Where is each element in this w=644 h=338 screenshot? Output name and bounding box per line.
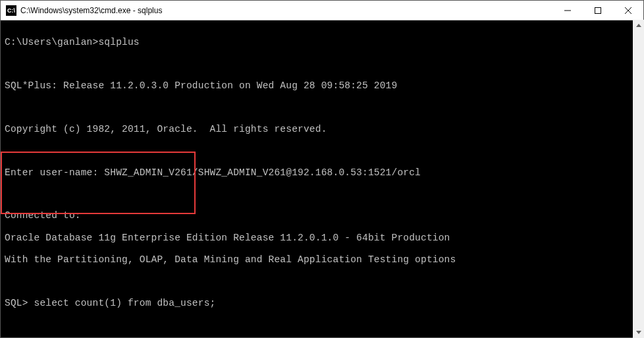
blank-line: [5, 59, 639, 69]
terminal-output[interactable]: C:\Users\ganlan>sqlplus SQL*Plus: Releas…: [1, 20, 643, 337]
scroll-track[interactable]: [633, 31, 644, 327]
maximize-button[interactable]: [583, 1, 613, 20]
window-controls: [552, 1, 643, 20]
blank-line: [5, 146, 639, 156]
vertical-scrollbar[interactable]: [633, 20, 644, 338]
copyright-line: Copyright (c) 1982, 2011, Oracle. All ri…: [5, 124, 639, 135]
cmd-icon: C:\: [6, 5, 16, 16]
svg-marker-5: [636, 331, 641, 334]
blank-line: [5, 102, 639, 113]
blank-line: [5, 189, 639, 200]
window-title: C:\Windows\system32\cmd.exe - sqlplus: [20, 6, 552, 15]
minimize-button[interactable]: [552, 1, 583, 20]
close-button[interactable]: [613, 1, 643, 20]
connected-line: Connected to:: [5, 210, 639, 221]
blank-line: [5, 277, 639, 287]
blank-line: [5, 320, 639, 330]
sqlplus-version: SQL*Plus: Release 11.2.0.3.0 Production …: [5, 80, 639, 92]
svg-rect-1: [595, 7, 601, 13]
scroll-down-arrow[interactable]: [633, 327, 644, 338]
svg-marker-4: [636, 24, 641, 27]
username-line: Enter user-name: SHWZ_ADMIN_V261/SHWZ_AD…: [5, 167, 639, 179]
sql-query: SQL> select count(1) from dba_users;: [5, 298, 639, 309]
prompt-line: C:\Users\ganlan>sqlplus: [5, 37, 639, 48]
db-options: With the Partitioning, OLAP, Data Mining…: [5, 254, 639, 266]
scroll-up-arrow[interactable]: [633, 20, 644, 31]
window-titlebar: C:\ C:\Windows\system32\cmd.exe - sqlplu…: [1, 1, 643, 20]
db-version: Oracle Database 11g Enterprise Edition R…: [5, 233, 639, 244]
